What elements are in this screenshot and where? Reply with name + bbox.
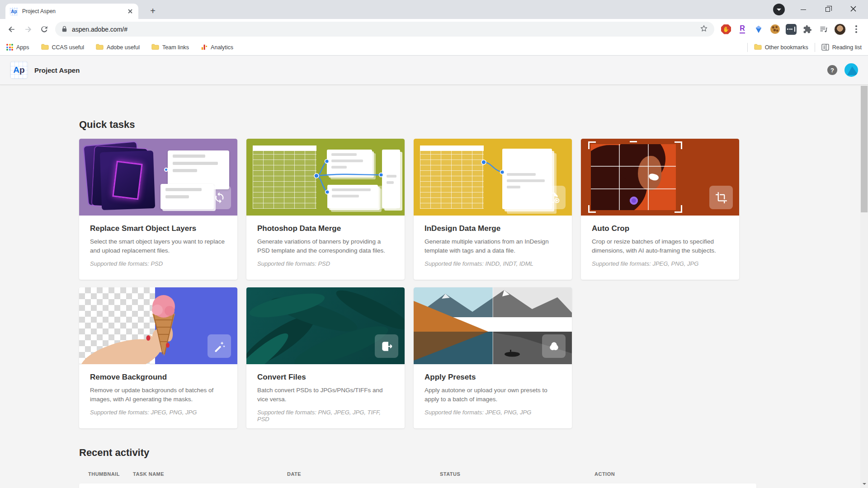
card-formats: Supported file formats: INDD, INDT, IDML <box>425 260 561 267</box>
bookmark-label: Adobe useful <box>107 44 140 51</box>
card-title: Auto Crop <box>592 224 728 233</box>
divider <box>815 43 815 52</box>
window-restore-button[interactable] <box>817 0 838 19</box>
magic-wand-icon <box>208 334 231 358</box>
card-description: Crop or resize batches of images to spec… <box>592 237 728 255</box>
card-indesign-data-merge[interactable]: InDesign Data Merge Generate multiple va… <box>414 139 572 280</box>
back-button[interactable] <box>4 21 20 38</box>
card-formats: Supported file formats: JPEG, PNG, JPG <box>592 260 728 267</box>
scrollbar[interactable] <box>860 86 868 488</box>
folder-icon <box>754 43 762 52</box>
help-button[interactable]: ? <box>827 65 837 75</box>
card-illustration <box>581 139 739 216</box>
card-formats: Supported file formats: PSD <box>90 260 226 267</box>
bookmark-label: Analytics <box>211 44 233 51</box>
card-replace-smart-object-layers[interactable]: Replace Smart Object Layers Select the s… <box>79 139 237 280</box>
bookmark-analytics[interactable]: Analytics <box>201 43 233 52</box>
address-bar[interactable]: aspen.adobe.com/# <box>55 22 714 37</box>
card-apply-presets[interactable]: Apply Presets Apply autotone or upload y… <box>414 287 572 428</box>
card-title: Convert Files <box>257 373 394 382</box>
bookmark-star-icon[interactable] <box>700 24 708 34</box>
table-row[interactable] <box>79 483 756 488</box>
scrollbar-down-button[interactable] <box>860 481 868 487</box>
r-extension-icon[interactable]: R <box>736 23 749 36</box>
apps-grid-icon <box>6 44 13 51</box>
bookmark-folder-adobe[interactable]: Adobe useful <box>96 43 140 52</box>
browser-toolbar: aspen.adobe.com/# ✋ R <box>0 19 868 39</box>
card-formats: Supported file formats: JPEG, PNG, JPG <box>425 409 561 416</box>
card-formats: Supported file formats: JPEG, PNG, JPG <box>90 409 226 416</box>
tab-title: Project Aspen <box>22 8 126 14</box>
reading-list-button[interactable]: Reading list <box>821 44 862 51</box>
bookmark-folder-team[interactable]: Team links <box>151 43 189 52</box>
overlap-circles-icon <box>542 334 566 358</box>
column-task-name: TASK NAME <box>133 471 164 477</box>
card-formats: Supported file formats: PSD <box>257 260 394 267</box>
new-tab-button[interactable]: + <box>146 5 159 17</box>
browser-menu-icon[interactable] <box>849 23 863 36</box>
divider <box>747 43 748 52</box>
sync-arrows-icon <box>208 186 231 209</box>
card-remove-background[interactable]: Remove Background Remove or update backg… <box>79 287 237 428</box>
recent-activity-heading: Recent activity <box>79 446 756 459</box>
card-title: Replace Smart Object Layers <box>90 224 226 233</box>
column-thumbnail: THUMBNAIL <box>88 471 120 477</box>
window-close-button[interactable] <box>843 0 863 19</box>
app-header: Ap Project Aspen ? <box>0 56 868 85</box>
card-photoshop-data-merge[interactable]: Photoshop Data Merge Generate variations… <box>246 139 405 280</box>
bookmark-folder-ccas[interactable]: CCAS useful <box>41 43 85 52</box>
browser-tab[interactable]: Ap Project Aspen <box>5 4 138 19</box>
card-illustration <box>414 287 572 364</box>
card-formats: Supported file formats: PNG, JPEG, JPG, … <box>257 409 394 422</box>
file-plus-icon <box>542 186 566 209</box>
cookie-extension-icon[interactable] <box>768 23 782 36</box>
folder-icon <box>41 43 49 52</box>
other-bookmarks[interactable]: Other bookmarks <box>754 43 808 52</box>
project-aspen-logo: Ap <box>10 61 28 79</box>
page-title: Project Aspen <box>34 66 80 74</box>
card-description: Apply autotone or upload your own preset… <box>425 386 561 404</box>
browser-titlebar: Ap Project Aspen + <box>0 0 868 19</box>
window-minimize-button[interactable] <box>793 0 814 19</box>
card-title: Remove Background <box>90 373 226 382</box>
recent-activity-table-header: THUMBNAIL TASK NAME DATE STATUS ACTION <box>79 471 756 478</box>
card-description: Batch convert PSDs to JPGs/PNGs/TIFFs an… <box>257 386 394 404</box>
column-status: STATUS <box>440 471 460 477</box>
playlist-extension-icon[interactable] <box>817 23 830 36</box>
card-description: Generate multiple variations from an InD… <box>425 237 561 255</box>
card-title: InDesign Data Merge <box>425 224 561 233</box>
card-description: Remove or update backgrounds of batches … <box>90 386 226 404</box>
quick-tasks-grid: Replace Smart Object Layers Select the s… <box>79 139 756 428</box>
browser-profile-chevron-icon[interactable] <box>773 4 785 15</box>
bookmark-label: Other bookmarks <box>765 44 808 51</box>
tab-close-icon[interactable] <box>126 8 134 15</box>
card-title: Apply Presets <box>425 373 561 382</box>
forward-button[interactable] <box>20 21 36 38</box>
dots-extension-icon[interactable] <box>784 23 798 36</box>
card-illustration <box>246 139 405 216</box>
blue-marker-extension-icon[interactable] <box>752 23 765 36</box>
adblock-extension-icon[interactable]: ✋ <box>719 23 733 36</box>
extensions-puzzle-icon[interactable] <box>801 23 814 36</box>
scrollbar-thumb[interactable] <box>861 86 868 212</box>
bar-chart-icon <box>201 43 208 52</box>
reload-button[interactable] <box>36 21 52 38</box>
browser-profile-avatar[interactable] <box>833 23 847 36</box>
url-text[interactable]: aspen.adobe.com/# <box>72 26 127 33</box>
card-description: Select the smart object layers you want … <box>90 237 226 255</box>
card-title: Photoshop Data Merge <box>257 224 394 233</box>
card-convert-files[interactable]: Convert Files Batch convert PSDs to JPGs… <box>246 287 405 428</box>
bookmark-label: Reading list <box>832 44 862 51</box>
file-export-icon <box>375 334 398 358</box>
bookmarks-bar: Apps CCAS useful Adobe useful Team links… <box>0 39 868 56</box>
quick-tasks-heading: Quick tasks <box>79 118 756 131</box>
bookmark-apps[interactable]: Apps <box>6 44 29 51</box>
card-illustration <box>79 139 237 216</box>
folder-icon <box>96 43 104 52</box>
crop-icon <box>709 186 733 209</box>
file-plus-icon <box>375 186 398 209</box>
card-auto-crop[interactable]: Auto Crop Crop or resize batches of imag… <box>581 139 739 280</box>
user-avatar[interactable] <box>844 63 858 77</box>
card-illustration <box>414 139 572 216</box>
column-date: DATE <box>287 471 301 477</box>
